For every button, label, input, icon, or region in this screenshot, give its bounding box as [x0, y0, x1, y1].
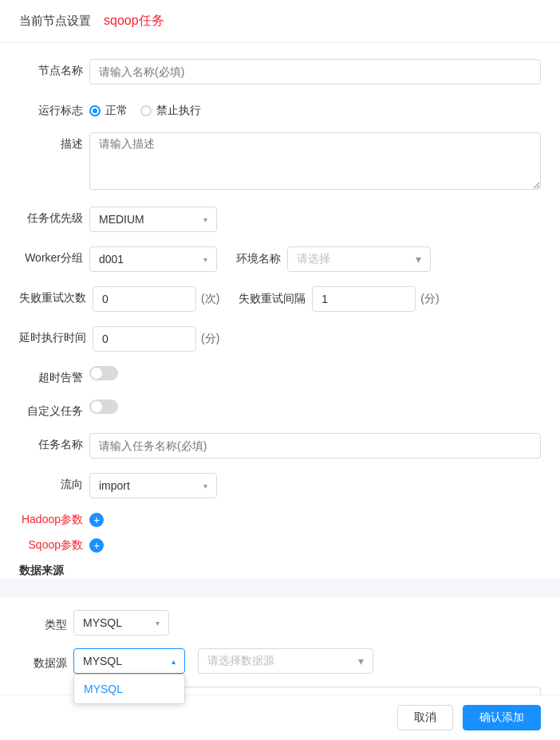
page-container: 当前节点设置 sqoop任务 节点名称 运行标志 正常 禁止执行 [0, 0, 560, 740]
radio-normal-label: 正常 [105, 104, 128, 118]
desc-textarea[interactable] [89, 132, 541, 190]
sqoop-add-icon[interactable]: + [89, 538, 104, 553]
delay-suffix: (分) [201, 332, 219, 346]
worker-value: d001 [99, 253, 124, 266]
hadoop-add-icon[interactable]: + [89, 513, 104, 527]
env-label: 环境名称 [236, 252, 281, 266]
datasource-row: 数据源 MYSQL ▴ MYSQL 请选择数据源 ▾ [19, 648, 541, 674]
sqoop-param-label: Sqoop参数 [19, 538, 83, 553]
timeout-alert-toggle[interactable] [89, 366, 118, 380]
radio-stop[interactable]: 禁止执行 [140, 104, 201, 118]
desc-row: 描述 [19, 132, 541, 192]
datasource-source-chevron-icon: ▾ [358, 655, 364, 667]
timeout-alert-label: 超时告警 [19, 366, 83, 385]
task-name-input[interactable] [89, 433, 541, 459]
hadoop-param-row: Hadoop参数 + [19, 513, 541, 527]
retry-interval-group: (分) [312, 286, 439, 312]
datasource-source-select[interactable]: 请选择数据源 ▾ [198, 648, 373, 674]
confirm-button[interactable]: 确认添加 [463, 705, 541, 730]
priority-label: 任务优先级 [19, 207, 83, 226]
retry-interval-suffix: (分) [420, 292, 439, 306]
desc-control [89, 132, 541, 192]
cancel-button[interactable]: 取消 [397, 705, 453, 730]
datasource-select-container: MYSQL ▴ MYSQL [73, 648, 185, 674]
run-flag-label: 运行标志 [19, 99, 83, 118]
type-label: 类型 [19, 613, 67, 632]
radio-stop-circle [140, 105, 152, 116]
node-name-input[interactable] [89, 59, 541, 85]
priority-row: 任务优先级 MEDIUM ▾ [19, 207, 541, 232]
datasource-section-title: 数据来源 [19, 564, 541, 578]
header-title: 当前节点设置 [19, 14, 91, 29]
datasource-select[interactable]: MYSQL ▴ [73, 648, 185, 674]
run-flag-row: 运行标志 正常 禁止执行 [19, 99, 541, 118]
node-name-row: 节点名称 [19, 59, 541, 85]
direction-row: 流向 import ▾ [19, 473, 541, 498]
custom-task-row: 自定义任务 [19, 400, 541, 419]
env-chevron-icon: ▾ [416, 253, 421, 266]
retry-count-group: (次) [93, 286, 219, 312]
type-chevron-icon: ▾ [156, 619, 160, 628]
datasource-value: MYSQL [83, 655, 122, 667]
hadoop-param-label: Hadoop参数 [19, 513, 83, 527]
datasource-source-placeholder: 请选择数据源 [207, 654, 274, 668]
priority-value: MEDIUM [99, 213, 144, 226]
retry-interval-label: 失败重试间隔 [239, 292, 306, 306]
section-divider [0, 591, 560, 597]
desc-label: 描述 [19, 132, 83, 152]
type-value: MYSQL [83, 616, 122, 629]
env-select[interactable]: 请选择 ▾ [287, 246, 431, 272]
task-name-control [89, 433, 541, 459]
priority-chevron-icon: ▾ [203, 215, 207, 224]
direction-select[interactable]: import ▾ [89, 473, 217, 498]
form-area: 节点名称 运行标志 正常 禁止执行 描述 [0, 43, 560, 578]
custom-task-label: 自定义任务 [19, 400, 83, 419]
node-name-control [89, 59, 541, 85]
radio-stop-label: 禁止执行 [156, 104, 201, 118]
datasource-chevron-up-icon: ▴ [172, 657, 175, 666]
node-name-label: 节点名称 [19, 59, 83, 78]
priority-control: MEDIUM ▾ [89, 207, 541, 232]
header-subtitle: sqoop任务 [104, 13, 164, 30]
worker-select[interactable]: d001 ▾ [89, 246, 217, 272]
env-placeholder: 请选择 [297, 252, 330, 266]
radio-normal[interactable]: 正常 [89, 104, 128, 118]
direction-value: import [99, 479, 130, 492]
worker-chevron-icon: ▾ [203, 255, 207, 264]
delay-input[interactable] [93, 326, 196, 352]
task-name-label: 任务名称 [19, 433, 83, 452]
retry-count-label: 失败重试次数 [19, 286, 86, 305]
type-row: 类型 MYSQL ▾ [19, 610, 541, 636]
retry-count-suffix: (次) [201, 292, 219, 306]
retry-interval-input[interactable] [312, 286, 416, 312]
dropdown-item-mysql[interactable]: MYSQL [74, 678, 184, 700]
datasource-label: 数据源 [19, 651, 67, 671]
datasource-dropdown: MYSQL [73, 674, 185, 704]
delay-group: (分) [93, 326, 219, 352]
direction-chevron-icon: ▾ [203, 482, 207, 490]
delay-label: 延时执行时间 [19, 326, 86, 345]
radio-normal-circle [89, 105, 101, 116]
retry-count-input[interactable] [93, 286, 196, 312]
task-name-row: 任务名称 [19, 433, 541, 459]
timeout-alert-row: 超时告警 [19, 366, 541, 385]
type-select[interactable]: MYSQL ▾ [73, 610, 169, 636]
header: 当前节点设置 sqoop任务 [0, 0, 560, 43]
run-flag-group: 正常 禁止执行 [89, 99, 201, 118]
delay-row: 延时执行时间 (分) [19, 326, 541, 352]
worker-label: Worker分组 [19, 246, 83, 266]
direction-control: import ▾ [89, 473, 541, 498]
direction-label: 流向 [19, 473, 83, 492]
custom-task-toggle[interactable] [89, 400, 118, 414]
sqoop-param-row: Sqoop参数 + [19, 538, 541, 553]
priority-select[interactable]: MEDIUM ▾ [89, 207, 217, 232]
retry-row: 失败重试次数 (次) 失败重试间隔 (分) [19, 286, 541, 312]
worker-env-row: Worker分组 d001 ▾ 环境名称 请选择 ▾ [19, 246, 541, 272]
